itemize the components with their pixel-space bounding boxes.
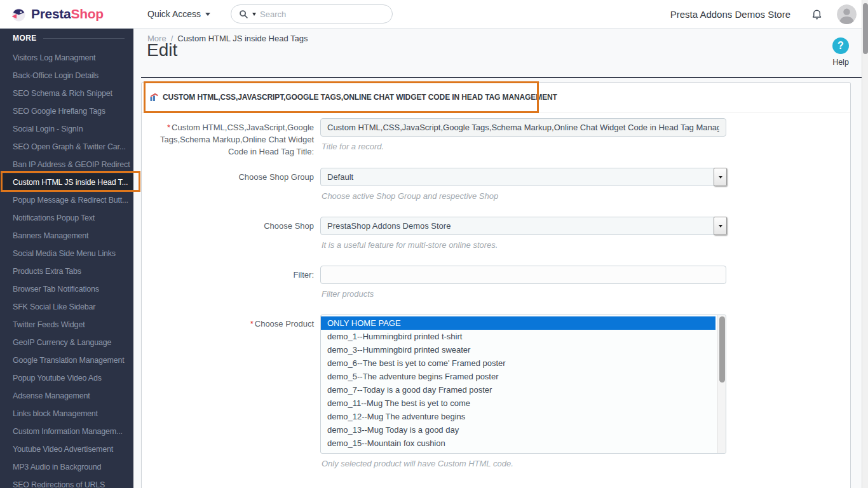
chevron-down-icon [719, 225, 722, 227]
logo-text: PrestaShop [31, 6, 104, 22]
filter-input[interactable] [320, 266, 726, 284]
shop-selected-value: PrestaShop Addons Demos Store [327, 221, 451, 231]
sidebar-section-rule [43, 38, 125, 39]
select-dropdown-button[interactable] [714, 217, 727, 235]
product-option[interactable]: demo_6--The best is yet to come' Framed … [321, 356, 715, 370]
help-icon: ? [832, 37, 849, 54]
page-scrollbar-thumb[interactable] [863, 3, 868, 54]
prestashop-bird-icon [10, 6, 27, 23]
form-group-shop-group: Choose Shop Group Default Choose active … [142, 168, 850, 201]
panel-title: CUSTOM HTML,CSS,JAVASCRIPT,GOOGLE TAGS,O… [163, 93, 557, 102]
filter-help-text: Filter products [322, 289, 726, 299]
shop-group-select[interactable]: Default [320, 168, 726, 186]
product-option[interactable]: demo_1--Hummingbird printed t-shirt [321, 330, 715, 343]
quick-access-label: Quick Access [147, 9, 201, 19]
product-option[interactable]: ONLY HOME PAGE [321, 316, 715, 330]
product-options: ONLY HOME PAGE demo_1--Hummingbird print… [321, 316, 726, 450]
sidebar-item[interactable]: Ban IP Address & GEOIP Redirect [0, 156, 133, 173]
sidebar-item[interactable]: SEO Google Hreflang Tags [0, 102, 133, 120]
shop-help-text: It is a useful feature for multi-store o… [322, 240, 726, 250]
search-bar[interactable] [231, 4, 393, 24]
sidebar-item[interactable]: Custom Information Managem... [0, 423, 133, 440]
content-divider [141, 77, 862, 78]
title-input[interactable] [320, 118, 726, 137]
sidebar-item[interactable]: Social Media Side Menu Links [0, 245, 133, 262]
product-listbox[interactable]: ONLY HOME PAGE demo_1--Hummingbird print… [320, 315, 726, 454]
sidebar-item[interactable]: Products Extra Tabs [0, 262, 133, 280]
sidebar-item[interactable]: SEO Schema & Rich Snippet [0, 85, 133, 102]
sidebar-section-label: MORE [13, 34, 37, 43]
chevron-down-icon [719, 176, 722, 179]
notifications-bell-icon[interactable] [811, 8, 823, 20]
shop-label: Choose Shop [142, 217, 320, 250]
shop-select[interactable]: PrestaShop Addons Demos Store [320, 217, 726, 235]
breadcrumb-current[interactable]: Custom HTML JS inside Head Tags [177, 34, 308, 43]
search-icon [239, 10, 248, 19]
panel-header: CUSTOM HTML,CSS,JAVASCRIPT,GOOGLE TAGS,O… [142, 83, 850, 112]
sidebar-item[interactable]: GeoIP Currency & Language [0, 334, 133, 351]
sidebar-item[interactable]: Twitter Feeds Widget [0, 316, 133, 334]
required-asterisk: * [250, 319, 254, 329]
product-help-text: Only selected product will have Custom H… [322, 459, 726, 468]
sidebar-item[interactable]: Banners Management [0, 227, 133, 245]
prestashop-logo[interactable]: PrestaShop [0, 6, 133, 23]
search-input[interactable] [260, 10, 384, 19]
sidebar-item[interactable]: SEO Redirections of URLS [0, 476, 133, 488]
edit-form: *Custom HTML,CSS,JavaScript,Google Tags,… [142, 112, 850, 468]
product-option[interactable]: demo_11--Mug The best is yet to come [321, 396, 715, 410]
listbox-scrollbar[interactable] [717, 315, 726, 453]
product-option[interactable]: demo_12--Mug The adventure begins [321, 410, 715, 423]
sidebar-item[interactable]: Custom HTML JS inside Head T... [0, 173, 133, 191]
quick-access-menu[interactable]: Quick Access [147, 9, 210, 19]
shop-group-selected-value: Default [327, 172, 353, 182]
form-group-title: *Custom HTML,CSS,JavaScript,Google Tags,… [142, 118, 850, 158]
sidebar: MORE Visitors Log Managment Back-Office … [0, 29, 133, 488]
page-title: Edit [147, 40, 177, 60]
sidebar-item[interactable]: MP3 Audio in Background [0, 458, 133, 476]
sidebar-item[interactable]: SEO Open Graph & Twitter Car... [0, 138, 133, 156]
user-avatar[interactable] [837, 4, 857, 24]
sidebar-item[interactable]: Youtube Video Advertisement [0, 440, 133, 458]
listbox-scrollbar-thumb[interactable] [719, 316, 725, 383]
filter-label: Filter: [142, 266, 320, 299]
form-panel: CUSTOM HTML,CSS,JAVASCRIPT,GOOGLE TAGS,O… [141, 82, 851, 488]
product-option[interactable]: demo_3--Hummingbird printed sweater [321, 343, 715, 356]
product-option[interactable]: demo_7--Today is a good day Framed poste… [321, 383, 715, 396]
sidebar-section-header: MORE [0, 29, 133, 49]
sidebar-item[interactable]: SFK Social Like Sidebar [0, 298, 133, 316]
sidebar-item[interactable]: Visitors Log Managment [0, 49, 133, 67]
product-option[interactable]: demo_15--Mountain fox cushion [321, 437, 715, 450]
required-asterisk: * [167, 123, 170, 132]
shop-group-label: Choose Shop Group [142, 168, 320, 201]
sidebar-item[interactable]: Browser Tab Notifications [0, 280, 133, 298]
page-scrollbar[interactable] [862, 0, 868, 488]
search-scope-chevron-icon[interactable] [252, 13, 256, 16]
top-header: PrestaShop Quick Access Presta Addons De… [0, 0, 868, 29]
select-dropdown-button[interactable] [714, 168, 727, 186]
sidebar-menu: Visitors Log Managment Back-Office Login… [0, 49, 133, 488]
title-help-text: Title for a record. [322, 142, 726, 151]
sidebar-item[interactable]: Links block Management [0, 405, 133, 423]
shop-group-help-text: Choose active Shop Group and respective … [322, 191, 726, 201]
form-group-shop: Choose Shop PrestaShop Addons Demos Stor… [142, 217, 850, 250]
panel-title-icon [150, 93, 158, 101]
main-content: More / Custom HTML JS inside Head Tags E… [133, 29, 868, 488]
sidebar-item[interactable]: Adsense Management [0, 387, 133, 405]
product-label: *Choose Product [142, 315, 320, 468]
form-group-product: *Choose Product ONLY HOME PAGE demo_1--H… [142, 315, 850, 468]
title-field-label: *Custom HTML,CSS,JavaScript,Google Tags,… [142, 118, 320, 158]
sidebar-item[interactable]: Back-Office Login Details [0, 67, 133, 85]
help-label: Help [829, 58, 853, 67]
sidebar-item[interactable]: Google Translation Management [0, 351, 133, 369]
sidebar-item[interactable]: Popup Youtube Video Ads [0, 369, 133, 387]
product-option[interactable]: demo_13--Mug Today is a good day [321, 423, 715, 437]
product-option[interactable]: demo_5--The adventure begins Framed post… [321, 370, 715, 383]
sidebar-item[interactable]: Social Login - SignIn [0, 120, 133, 138]
help-button[interactable]: ? Help [829, 37, 853, 67]
chevron-down-icon [205, 13, 210, 16]
sidebar-item[interactable]: Popup Message & Redirect Butt... [0, 191, 133, 209]
form-group-filter: Filter: Filter products [142, 266, 850, 299]
store-name[interactable]: Presta Addons Demos Store [670, 9, 790, 20]
sidebar-item[interactable]: Notifications Popup Text [0, 209, 133, 227]
